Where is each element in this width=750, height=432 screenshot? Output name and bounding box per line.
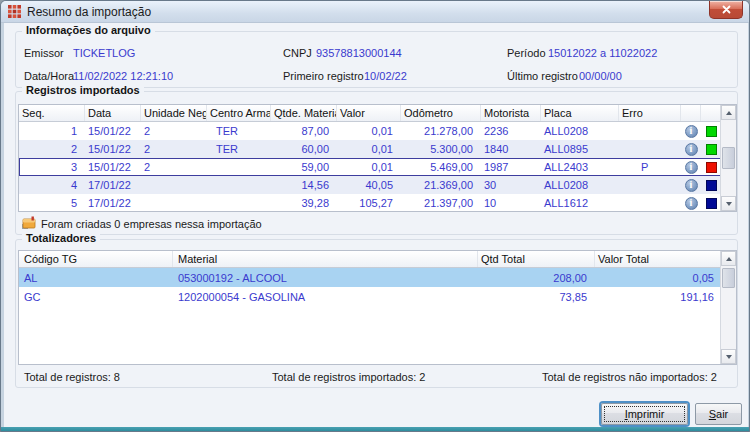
dialog-body: Informações do arquivo Emissor TICKETLOG…: [4, 23, 748, 429]
cell-valor: 40,05: [337, 179, 401, 191]
info-icon[interactable]: [681, 125, 701, 138]
cell-qtde: 59,00: [271, 161, 337, 173]
cell-qtd-total: 208,00: [478, 272, 595, 284]
info-icon[interactable]: [681, 179, 701, 192]
cell-centro: TER: [207, 125, 271, 137]
cell-seq: 3: [19, 161, 85, 173]
cell-centro: TER: [207, 143, 271, 155]
cell-motorista: 2236: [481, 125, 541, 137]
companies-icon: [22, 216, 36, 231]
status-square: [701, 126, 722, 137]
col-unidade: Unidade Negocio: [141, 105, 207, 121]
cell-data: 17/01/22: [85, 197, 141, 209]
cell-data: 15/01/22: [85, 143, 141, 155]
cell-material: 053000192 - ALCOOL: [173, 272, 478, 284]
cell-seq: 2: [19, 143, 85, 155]
emissor-value: TICKETLOG: [73, 47, 135, 59]
scroll-down-icon[interactable]: [721, 196, 736, 211]
col-motorista: Motorista: [481, 105, 541, 121]
cell-odometro: 5.469,00: [401, 161, 481, 173]
table-row[interactable]: 5 17/01/22 39,28 105,27 21.397,00 10 ALL…: [19, 194, 736, 212]
col-centro: Centro Armaz.: [207, 105, 271, 121]
col-status: [701, 105, 722, 121]
close-icon: [722, 4, 731, 16]
table-row[interactable]: 4 17/01/22 14,56 40,05 21.369,00 30 ALL0…: [19, 176, 736, 194]
info-icon[interactable]: [681, 161, 701, 174]
info-icon[interactable]: [681, 143, 701, 156]
cell-qtde: 14,56: [271, 179, 337, 191]
totals-table: Código TG Material Qtd Total Valor Total…: [18, 250, 737, 365]
col-valor-total: Valor Total: [595, 251, 722, 267]
cell-unidade: 2: [141, 143, 207, 155]
scrollbar-thumb[interactable]: [722, 268, 735, 288]
sair-button[interactable]: Sair: [695, 403, 742, 425]
cell-codigo: AL: [19, 272, 173, 284]
group-file-info: Informações do arquivo Emissor TICKETLOG…: [15, 31, 738, 88]
cell-unidade: 2: [141, 161, 207, 173]
info-icon[interactable]: [681, 197, 701, 210]
cell-placa: ALL0895: [541, 143, 619, 155]
scrollbar-thumb[interactable]: [722, 147, 735, 169]
totals-row-selected[interactable]: AL 053000192 - ALCOOL 208,00 0,05: [19, 268, 736, 287]
summary-importados: Total de registros importados: 2: [272, 371, 425, 383]
totals-scrollbar[interactable]: [720, 251, 736, 364]
scroll-down-icon[interactable]: [721, 349, 736, 364]
cell-unidade: 2: [141, 125, 207, 137]
close-button[interactable]: [709, 1, 743, 19]
col-odometro: Odômetro: [401, 105, 481, 121]
cell-placa: ALL0208: [541, 179, 619, 191]
cell-odometro: 21.397,00: [401, 197, 481, 209]
records-scrollbar[interactable]: [720, 105, 736, 211]
titlebar: Resumo da importação: [1, 1, 749, 23]
scroll-up-icon[interactable]: [721, 251, 736, 266]
cell-motorista: 1840: [481, 143, 541, 155]
cell-placa: ALL2403: [541, 161, 619, 173]
group-records: Registros importados Seq. Data Unidade N…: [15, 91, 738, 235]
cell-qtd-total: 73,85: [478, 291, 595, 303]
group-title-file-info: Informações do arquivo: [22, 24, 155, 36]
primeiro-registro-value: 10/02/22: [364, 70, 407, 82]
companies-note-text: Foram criadas 0 empresas nessa importaçã…: [41, 218, 262, 230]
dialog-resumo-importacao: Resumo da importação Informações do arqu…: [0, 0, 750, 432]
totals-row[interactable]: GC 1202000054 - GASOLINA 73,85 191,16: [19, 287, 736, 306]
cell-valor-total: 191,16: [595, 291, 722, 303]
ultimo-registro-value: 00/00/00: [579, 70, 622, 82]
totals-table-header: Código TG Material Qtd Total Valor Total: [19, 251, 736, 268]
cell-valor: 0,01: [337, 161, 401, 173]
group-title-totals: Totalizadores: [22, 232, 100, 244]
cell-motorista: 10: [481, 197, 541, 209]
col-erro: Erro: [619, 105, 681, 121]
cnpj-value: 93578813000144: [316, 47, 402, 59]
cell-seq: 1: [19, 125, 85, 137]
table-row-selected[interactable]: 3 15/01/22 2 59,00 0,01 5.469,00 1987 AL…: [19, 158, 736, 176]
col-data: Data: [85, 105, 141, 121]
col-placa: Placa: [541, 105, 619, 121]
cell-codigo: GC: [19, 291, 173, 303]
status-square: [701, 162, 722, 173]
cell-seq: 5: [19, 197, 85, 209]
scroll-up-icon[interactable]: [721, 105, 736, 120]
imprimir-button[interactable]: Imprimir: [601, 403, 688, 425]
cell-motorista: 1987: [481, 161, 541, 173]
emissor-label: Emissor: [24, 47, 64, 59]
companies-note: Foram criadas 0 empresas nessa importaçã…: [22, 216, 262, 231]
cell-odometro: 5.300,00: [401, 143, 481, 155]
cell-seq: 4: [19, 179, 85, 191]
summary-nao-importados: Total de registros não importados: 2: [542, 371, 717, 383]
cell-data: 15/01/22: [85, 161, 141, 173]
primeiro-registro-label: Primeiro registro: [283, 70, 364, 82]
col-qtd-total: Qtd Total: [478, 251, 595, 267]
col-valor: Valor: [337, 105, 401, 121]
periodo-label: Período: [507, 47, 546, 59]
periodo-value: 15012022 a 11022022: [548, 47, 657, 59]
table-row[interactable]: 2 15/01/22 2 TER 60,00 0,01 5.300,00 184…: [19, 140, 736, 158]
cnpj-label: CNPJ: [283, 47, 312, 59]
cell-valor: 0,01: [337, 143, 401, 155]
col-seq: Seq.: [19, 105, 85, 121]
cell-data: 17/01/22: [85, 179, 141, 191]
cell-placa: ALL1612: [541, 197, 619, 209]
group-totals: Totalizadores Código TG Material Qtd Tot…: [15, 239, 738, 388]
table-row[interactable]: 1 15/01/22 2 TER 87,00 0,01 21.278,00 22…: [19, 122, 736, 140]
cell-data: 15/01/22: [85, 125, 141, 137]
group-title-records: Registros importados: [22, 84, 144, 96]
